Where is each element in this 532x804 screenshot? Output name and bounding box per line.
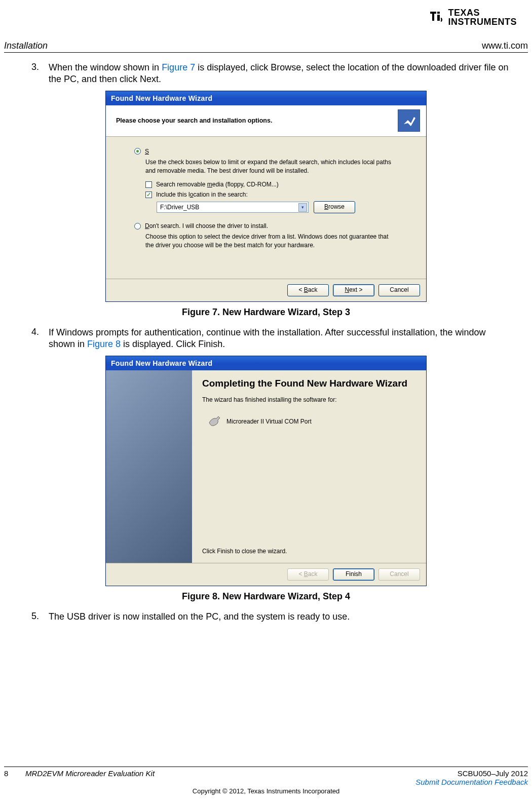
wizard-heading: Please choose your search and installati… bbox=[116, 117, 272, 124]
step-number: 3. bbox=[31, 62, 49, 86]
logo-text-bottom: INSTRUMENTS bbox=[448, 17, 517, 26]
checkbox-icon bbox=[145, 181, 152, 188]
next-button[interactable]: Next > bbox=[333, 284, 374, 296]
option2-description: Choose this option to select the device … bbox=[145, 233, 398, 250]
page-header: Installation www.ti.com bbox=[4, 41, 528, 53]
checkbox-include-location[interactable]: Include this location in the search: bbox=[145, 191, 398, 198]
figure-8-caption: Figure 8. New Hardware Wizard, Step 4 bbox=[19, 591, 513, 602]
submit-feedback-link[interactable]: Submit Documentation Feedback bbox=[415, 778, 528, 786]
back-button[interactable]: < Back bbox=[287, 284, 329, 296]
radio-search-best[interactable]: S bbox=[134, 148, 398, 155]
step-text: The USB driver is now installed on the P… bbox=[49, 611, 513, 623]
wizard-body: S Use the check boxes below to limit or … bbox=[106, 137, 426, 279]
checkbox-label: Include this location in the search: bbox=[156, 191, 248, 198]
option1-description: Use the check boxes below to limit or ex… bbox=[145, 158, 398, 175]
radio-label: S bbox=[145, 148, 149, 155]
step-text: When the window shown in Figure 7 is dis… bbox=[49, 62, 513, 86]
location-combo[interactable]: F:\Driver_USB ▾ bbox=[157, 202, 309, 213]
wizard-header: Please choose your search and installati… bbox=[106, 105, 426, 137]
section-title: Installation bbox=[4, 41, 48, 51]
wizard-footer: < Back Finish Cancel bbox=[106, 563, 426, 586]
cancel-button: Cancel bbox=[378, 568, 420, 581]
wizard-footer: < Back Next > Cancel bbox=[106, 279, 426, 301]
wizard-subtitle: The wizard has finished installing the s… bbox=[202, 396, 416, 403]
figure-8-ref[interactable]: Figure 8 bbox=[87, 339, 121, 349]
cancel-button[interactable]: Cancel bbox=[378, 284, 420, 296]
device-name: Microreader II Virtual COM Port bbox=[226, 418, 312, 425]
wizard-titlebar: Found New Hardware Wizard bbox=[106, 356, 426, 370]
logo-text-top: TEXAS bbox=[448, 8, 517, 17]
wizard-body: Completing the Found New Hardware Wizard… bbox=[192, 370, 426, 563]
step-5: 5. The USB driver is now installed on th… bbox=[31, 611, 513, 623]
page-number: 8 bbox=[4, 769, 15, 786]
doc-id: SCBU050–July 2012 bbox=[458, 769, 528, 778]
back-button: < Back bbox=[287, 568, 329, 581]
figure-7-caption: Figure 7. New Hardware Wizard, Step 3 bbox=[19, 307, 513, 318]
wizard-header-icon bbox=[398, 109, 420, 132]
wizard-sidebar-image bbox=[106, 370, 192, 563]
radio-label: Don't search. I will choose the driver t… bbox=[145, 222, 268, 229]
checkbox-label: Search removable media (floppy, CD-ROM..… bbox=[156, 181, 279, 188]
radio-icon bbox=[134, 223, 141, 229]
site-url: www.ti.com bbox=[482, 41, 528, 51]
step-3: 3. When the window shown in Figure 7 is … bbox=[31, 62, 513, 86]
step-text: If Windows prompts for authentication, c… bbox=[49, 327, 513, 351]
step-4: 4. If Windows prompts for authentication… bbox=[31, 327, 513, 351]
chevron-down-icon[interactable]: ▾ bbox=[298, 203, 307, 212]
doc-title: MRD2EVM Microreader Evaluation Kit bbox=[25, 769, 155, 786]
device-icon bbox=[207, 413, 221, 429]
radio-icon bbox=[134, 148, 141, 155]
wizard-bottom-text: Click Finish to close the wizard. bbox=[202, 548, 416, 558]
step-number: 5. bbox=[31, 611, 49, 623]
wizard-figure-8: Found New Hardware Wizard Completing the… bbox=[105, 356, 427, 586]
wizard-titlebar: Found New Hardware Wizard bbox=[106, 91, 426, 105]
page-footer: 8 MRD2EVM Microreader Evaluation Kit SCB… bbox=[0, 767, 532, 795]
wizard-figure-7: Found New Hardware Wizard Please choose … bbox=[105, 91, 427, 302]
copyright: Copyright © 2012, Texas Instruments Inco… bbox=[0, 787, 532, 795]
checkbox-icon bbox=[145, 192, 152, 198]
radio-dont-search[interactable]: Don't search. I will choose the driver t… bbox=[134, 222, 398, 229]
checkbox-removable-media[interactable]: Search removable media (floppy, CD-ROM..… bbox=[145, 181, 398, 188]
location-value: F:\Driver_USB bbox=[160, 204, 199, 211]
ti-mark-icon bbox=[428, 9, 445, 26]
figure-7-ref[interactable]: Figure 7 bbox=[162, 62, 195, 72]
ti-logo: TEXAS INSTRUMENTS bbox=[428, 8, 517, 26]
finish-button[interactable]: Finish bbox=[333, 568, 374, 581]
installed-device-row: Microreader II Virtual COM Port bbox=[207, 413, 416, 429]
wizard-complete-title: Completing the Found New Hardware Wizard bbox=[202, 377, 416, 390]
step-number: 4. bbox=[31, 327, 49, 351]
browse-button[interactable]: Browse bbox=[314, 201, 355, 213]
